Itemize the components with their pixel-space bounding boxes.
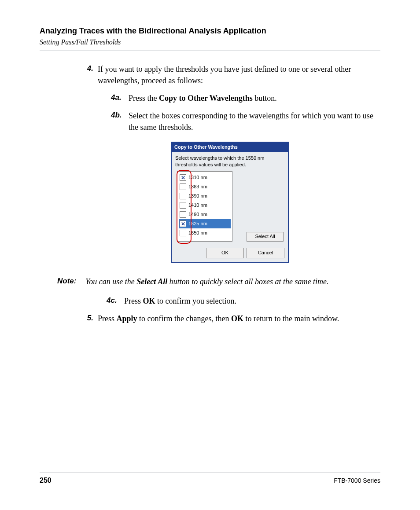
step-number: 4. — [79, 63, 98, 133]
note-bold: Select All — [136, 277, 167, 286]
select-all-button[interactable]: Select All — [247, 232, 284, 242]
dialog-title: Copy to Other Wavelengths — [172, 143, 288, 152]
step-4-text: If you want to apply the thresholds you … — [98, 65, 351, 85]
page: Analyzing Traces with the Bidirectional … — [0, 0, 420, 510]
wavelength-listbox[interactable]: ✕1310 nm1383 nm1390 nm1410 nm1490 nm✕162… — [177, 171, 232, 242]
checkbox-icon[interactable]: ✕ — [180, 220, 186, 227]
step-4a: 4a. Press the Copy to Other Wavelengths … — [111, 92, 380, 104]
dialog-body: Select wavelengths to which the 1550 nm … — [172, 152, 288, 262]
footer-divider — [40, 473, 380, 473]
wavelength-label: 1410 nm — [188, 202, 207, 209]
note-pre: You can use the — [85, 277, 136, 286]
dialog-content: ✕1310 nm1383 nm1390 nm1410 nm1490 nm✕162… — [175, 171, 284, 245]
substep-number: 4b. — [111, 110, 129, 133]
wavelength-label: 1490 nm — [188, 211, 207, 218]
step-4c: 4c. Press OK to confirm you selection. — [107, 295, 380, 307]
step-4b: 4b. Select the boxes corresponding to th… — [111, 110, 380, 133]
note: Note: You can use the Select All button … — [57, 276, 380, 287]
dialog-figure: Copy to Other Wavelengths Select wavelen… — [79, 142, 380, 263]
substep-text: Press the Copy to Other Wavelengths butt… — [129, 92, 380, 104]
s4a-bold: Copy to Other Wavelengths — [159, 94, 253, 103]
substep-text: Press OK to confirm you selection. — [124, 295, 380, 307]
step-5: 5. Press Apply to confirm the changes, t… — [79, 313, 380, 324]
checkbox-icon[interactable]: ✕ — [180, 174, 186, 181]
wavelength-label: 1650 nm — [188, 230, 207, 237]
wavelength-item[interactable]: 1490 nm — [179, 210, 231, 219]
checkbox-icon[interactable] — [180, 230, 186, 236]
substep-text: Select the boxes corresponding to the wa… — [129, 110, 380, 133]
s4a-post: button. — [253, 94, 277, 103]
footer-row: 250 FTB-7000 Series — [40, 477, 380, 484]
s5-bold1: Apply — [117, 314, 137, 323]
chapter-title: Analyzing Traces with the Bidirectional … — [40, 26, 380, 36]
wavelength-item[interactable]: 1410 nm — [179, 201, 231, 210]
ok-button[interactable]: OK — [206, 248, 244, 258]
s5-post: to return to the main window. — [243, 314, 339, 323]
wavelength-label: 1383 nm — [188, 183, 207, 191]
checkbox-icon[interactable] — [180, 202, 186, 209]
note-label: Note: — [57, 276, 85, 287]
checkbox-icon[interactable] — [180, 211, 186, 218]
s5-pre: Press — [98, 314, 117, 323]
substep-number: 4a. — [111, 92, 129, 104]
step-4: 4. If you want to apply the thresholds y… — [79, 63, 380, 133]
wavelength-label: 1390 nm — [188, 193, 207, 200]
s4a-pre: Press the — [129, 94, 159, 103]
note-post: button to quickly select all boxes at th… — [167, 277, 328, 286]
step-number: 5. — [79, 313, 98, 324]
wavelength-item[interactable]: 1650 nm — [179, 228, 231, 238]
note-text: You can use the Select All button to qui… — [85, 276, 380, 287]
cancel-button[interactable]: Cancel — [247, 248, 284, 258]
s4c-pre: Press — [124, 297, 143, 305]
page-footer: 250 FTB-7000 Series — [40, 473, 380, 484]
wavelength-label: 1310 nm — [188, 174, 207, 181]
page-number: 250 — [40, 477, 52, 484]
s5-mid: to confirm the changes, then — [137, 314, 231, 323]
copy-wavelengths-dialog: Copy to Other Wavelengths Select wavelen… — [171, 142, 289, 263]
product-series: FTB-7000 Series — [334, 477, 380, 484]
checkbox-icon[interactable] — [180, 193, 186, 199]
s4c-post: to confirm you selection. — [155, 297, 236, 305]
section-title: Setting Pass/Fail Thresholds — [40, 38, 380, 46]
wavelength-item[interactable]: 1383 nm — [179, 182, 231, 191]
wavelength-item[interactable]: ✕1625 nm — [179, 219, 231, 228]
dialog-instruction: Select wavelengths to which the 1550 nm … — [175, 155, 284, 168]
s5-bold2: OK — [231, 314, 243, 323]
body: 4. If you want to apply the thresholds y… — [40, 63, 380, 324]
wavelength-item[interactable]: 1390 nm — [179, 191, 231, 201]
step-text: If you want to apply the thresholds you … — [98, 63, 380, 133]
header-divider — [40, 51, 380, 51]
dialog-button-row: OK Cancel — [175, 248, 284, 258]
s4c-bold: OK — [143, 297, 155, 305]
wavelength-item[interactable]: ✕1310 nm — [179, 173, 231, 182]
wavelength-label: 1625 nm — [188, 220, 207, 227]
substep-number: 4c. — [107, 295, 124, 307]
checkbox-icon[interactable] — [180, 183, 186, 190]
step-text: Press Apply to confirm the changes, then… — [98, 313, 380, 324]
